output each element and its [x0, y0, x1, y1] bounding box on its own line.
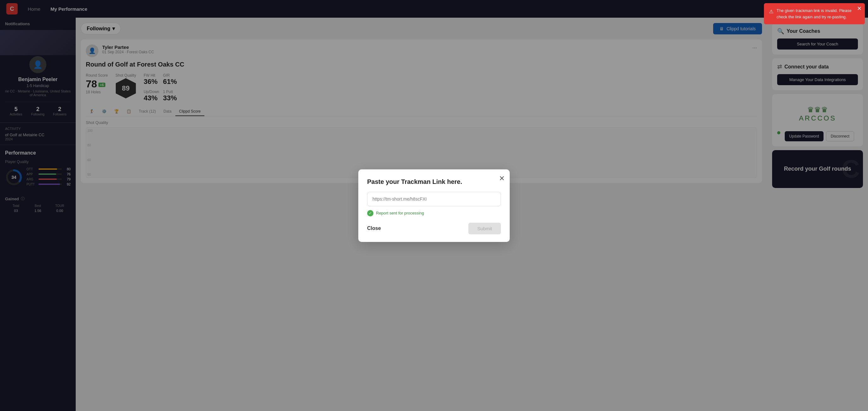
modal-submit-button[interactable]: Submit [468, 223, 501, 234]
error-banner-text: The given trackman link is invalid. Plea… [777, 7, 852, 20]
error-banner: ⚠ The given trackman link is invalid. Pl… [764, 3, 865, 24]
trackman-link-input[interactable] [367, 192, 501, 206]
modal-close-button[interactable]: Close [367, 225, 381, 231]
modal-close-x-button[interactable]: ✕ [499, 175, 505, 183]
modal-success-message: ✓ Report sent for processing [367, 210, 501, 216]
warning-icon: ⚠ [769, 8, 773, 15]
modal-title: Paste your Trackman Link here. [367, 178, 501, 186]
error-banner-close-button[interactable]: ✕ [857, 6, 862, 11]
modal-overlay[interactable]: Paste your Trackman Link here. ✕ ✓ Repor… [0, 0, 868, 411]
modal-footer: Close Submit [367, 223, 501, 234]
modal-success-text: Report sent for processing [376, 211, 424, 215]
success-checkmark-icon: ✓ [367, 210, 373, 216]
trackman-modal: Paste your Trackman Link here. ✕ ✓ Repor… [358, 169, 510, 242]
